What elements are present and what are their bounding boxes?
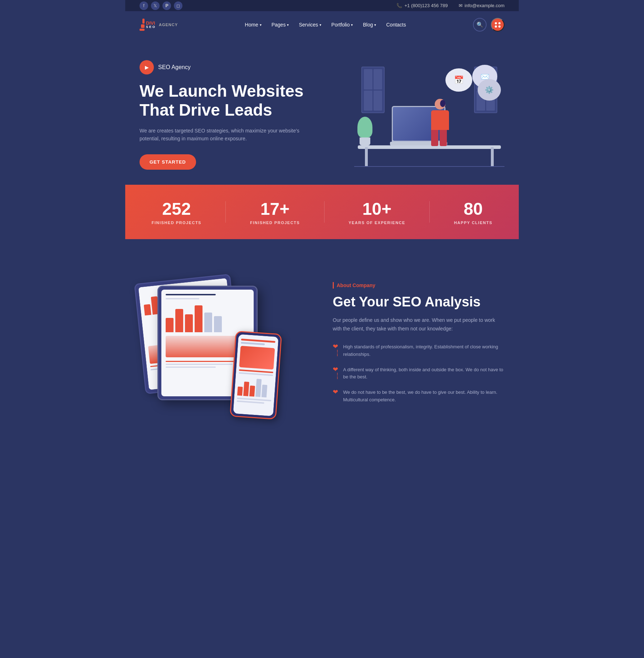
feature-item-2: ❤ A different way of thinking, both insi… — [333, 366, 504, 381]
desk-surface — [358, 145, 501, 149]
phone-icon: 📞 — [396, 3, 402, 8]
stat-label-3: YEARS OF EXPERIENCE — [348, 221, 405, 225]
nav-home[interactable]: Home ▾ — [245, 22, 261, 28]
email-contact: ✉ info@example.com — [459, 3, 504, 8]
feature-item-3: ❤ We do not have to be the best, we do h… — [333, 389, 504, 404]
about-illustration — [140, 268, 311, 418]
feature-item-1: ❤ High standards of professionalism, int… — [333, 343, 504, 358]
chevron-down-icon: ▾ — [351, 23, 353, 27]
feature-text-1: High standards of professionalism, integ… — [343, 343, 504, 358]
cta-button[interactable]: GET STARTED — [140, 154, 196, 170]
facebook-icon[interactable]: f — [140, 1, 148, 10]
stat-label-4: HAPPY CLIENTS — [454, 221, 492, 225]
email-icon: ✉ — [459, 3, 463, 8]
main-nav: Home ▾ Pages ▾ Services ▾ Portfolio ▾ Bl… — [245, 22, 406, 28]
stat-4: 80 HAPPY CLIENTS — [454, 199, 492, 225]
search-button[interactable]: 🔍 — [473, 18, 487, 32]
hero-illustration: 📅 ✉️ ⚙️ — [354, 59, 504, 170]
social-icons: f 𝕏 𝗣 ◻ — [140, 1, 182, 10]
stat-number-2: 17+ — [250, 199, 300, 219]
heart-icon-3: ❤ — [333, 389, 338, 395]
instagram-icon[interactable]: ◻ — [174, 1, 182, 10]
nav-pages[interactable]: Pages ▾ — [272, 22, 289, 28]
connector-1 — [337, 350, 338, 356]
logo[interactable]: DIVI SEO AGENCY — [140, 19, 178, 31]
chevron-down-icon: ▾ — [287, 23, 289, 27]
about-section: About Company Get Your SEO Analysis Our … — [125, 239, 519, 447]
window-left — [361, 67, 385, 113]
stats-bar: 252 FINISHED PROJECTS 17+ FINISHED PROJE… — [125, 185, 519, 239]
stat-label-2: FINISHED PROJECTS — [250, 221, 300, 225]
stat-divider-1 — [225, 201, 226, 223]
stat-number-3: 10+ — [348, 199, 405, 219]
email-address: info@example.com — [465, 3, 504, 8]
person — [431, 99, 449, 146]
logo-icon: DIVI SEO — [140, 19, 156, 31]
heart-icon-2: ❤ — [333, 366, 338, 373]
menu-button[interactable] — [491, 18, 504, 32]
feature-text-2: A different way of thinking, both inside… — [343, 366, 504, 381]
phone-mockup — [230, 331, 282, 420]
hero-label: ▶ SEO Agency — [140, 60, 304, 74]
floor-line — [354, 166, 504, 167]
header: DIVI SEO AGENCY Home ▾ Pages ▾ Services … — [125, 11, 519, 38]
chevron-down-icon: ▾ — [374, 23, 376, 27]
section-label-text: About Company — [337, 282, 375, 288]
connector-2 — [337, 373, 338, 379]
stat-divider-2 — [324, 201, 325, 223]
stat-3: 10+ YEARS OF EXPERIENCE — [348, 199, 405, 225]
phone-contact: 📞 +1 (800)123 456 789 — [396, 3, 448, 8]
section-label: About Company — [333, 282, 504, 289]
feature-text-3: We do not have to be the best, we do hav… — [343, 389, 504, 404]
label-accent-bar — [333, 282, 334, 289]
nav-contacts[interactable]: Contacts — [386, 22, 406, 28]
chevron-down-icon: ▾ — [319, 23, 321, 27]
stat-divider-3 — [429, 201, 430, 223]
desk-leg-right — [491, 147, 494, 167]
phone-number: +1 (800)123 456 789 — [404, 3, 448, 8]
logo-text: AGENCY — [159, 23, 178, 27]
pinterest-icon[interactable]: 𝗣 — [162, 1, 171, 10]
stat-1: 252 FINISHED PROJECTS — [152, 199, 201, 225]
stat-number-4: 80 — [454, 199, 492, 219]
stat-number-1: 252 — [152, 199, 201, 219]
heart-icon-1: ❤ — [333, 343, 338, 350]
stat-2: 17+ FINISHED PROJECTS — [250, 199, 300, 225]
stat-label-1: FINISHED PROJECTS — [152, 221, 201, 225]
hero-content: ▶ SEO Agency We Launch Websites That Dri… — [140, 60, 304, 170]
plant — [360, 117, 372, 145]
chat-bubble-calendar: 📅 — [445, 68, 472, 92]
chevron-down-icon: ▾ — [260, 23, 262, 27]
desk-leg-left — [365, 147, 368, 167]
top-bar: f 𝕏 𝗣 ◻ 📞 +1 (800)123 456 789 ✉ info@exa… — [125, 0, 519, 11]
nav-services[interactable]: Services ▾ — [299, 22, 321, 28]
twitter-icon[interactable]: 𝕏 — [151, 1, 160, 10]
hero-description: We are creates targeted SEO strategies, … — [140, 127, 304, 143]
about-title: Get Your SEO Analysis — [333, 294, 504, 310]
hero-section: ▶ SEO Agency We Launch Websites That Dri… — [125, 38, 519, 185]
hero-title: We Launch Websites That Drive Leads — [140, 82, 304, 120]
about-content: About Company Get Your SEO Analysis Our … — [333, 282, 504, 403]
feature-list: ❤ High standards of professionalism, int… — [333, 343, 504, 404]
nav-actions: 🔍 — [473, 18, 504, 32]
play-button[interactable]: ▶ — [140, 60, 154, 74]
nav-portfolio[interactable]: Portfolio ▾ — [331, 22, 353, 28]
grid-icon — [495, 22, 501, 28]
about-description: Our people define us and show who we are… — [333, 316, 504, 333]
chat-bubble-settings: ⚙️ — [478, 79, 501, 101]
nav-blog[interactable]: Blog ▾ — [363, 22, 376, 28]
hero-label-text: SEO Agency — [158, 64, 191, 71]
